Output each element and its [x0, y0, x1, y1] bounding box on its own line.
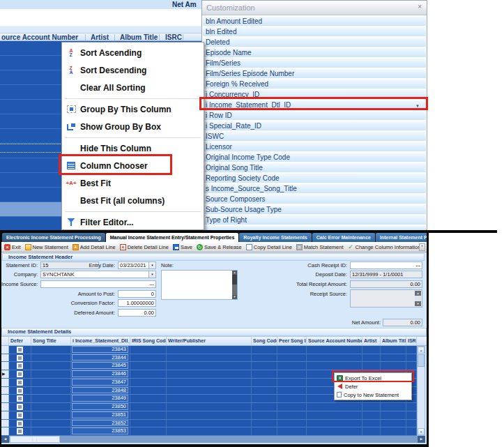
scroll-down-icon[interactable]: ▼: [415, 301, 421, 306]
statement-dtl-id-cell[interactable]: 23850: [72, 403, 128, 410]
income-source-field[interactable]: ...: [40, 280, 156, 288]
table-row[interactable]: 23853: [1, 427, 417, 436]
details-grid-column-iris-song-code[interactable]: IRIS Song Code: [130, 337, 167, 345]
customization-item-foreign-received[interactable]: Foreign % Received: [203, 79, 426, 89]
grid-cell[interactable]: 23845: [71, 362, 130, 370]
tab-internal-statement-processing[interactable]: Internal Statement Processing: [376, 233, 427, 242]
grid-cell[interactable]: 23848: [71, 387, 130, 395]
statement-dtl-id-cell[interactable]: 23852: [72, 420, 128, 427]
customization-item-s-income-source-song-title[interactable]: s Income_Source_Song_Title: [203, 183, 426, 193]
defer-checkbox[interactable]: [17, 388, 23, 394]
menu-item-best-fit[interactable]: Best Fit: [62, 174, 204, 192]
menu-item-sort-ascending[interactable]: Sort Ascending: [62, 44, 204, 61]
scroll-left-icon[interactable]: ◀: [1, 436, 9, 443]
scroll-down-icon[interactable]: ▼: [418, 428, 425, 435]
customization-item-i-special-rate-id[interactable]: i Special_Rate_ID: [203, 121, 426, 130]
menu-item-group-by-this-column[interactable]: Group By This Column: [62, 100, 204, 118]
grid-cell[interactable]: [9, 354, 31, 362]
statement-dtl-id-cell[interactable]: 23845: [72, 362, 128, 369]
chevron-down-icon[interactable]: ▼: [148, 262, 155, 268]
grid-cell[interactable]: [9, 403, 31, 411]
grid-cell[interactable]: [9, 346, 31, 354]
details-grid-column-source-account-number[interactable]: Source Account Number: [307, 337, 362, 345]
toolbar-overflow-button[interactable]: ▾: [419, 243, 425, 251]
menu-item-sort-descending[interactable]: Sort Descending: [62, 61, 204, 79]
defer-checkbox[interactable]: [17, 379, 23, 386]
grid-cell[interactable]: 23853: [71, 427, 130, 435]
toolbar-button-add-detail-line[interactable]: +Add Detail Line: [72, 244, 116, 250]
scrollbar-thumb[interactable]: ⋮⋮: [10, 436, 60, 443]
grid-menu-item-defer[interactable]: Defer: [335, 382, 411, 391]
customization-item-sub-source-usage-type[interactable]: Sub-Source Usage Type: [203, 204, 426, 214]
statement-dtl-id-cell[interactable]: 23844: [72, 354, 128, 361]
scroll-down-icon[interactable]: ▼: [232, 295, 237, 299]
details-grid-column-i-income-statement-dtl-id[interactable]: i Income_Statement_Dtl_ID: [71, 337, 130, 345]
defer-checkbox[interactable]: [17, 412, 23, 418]
grid-cell[interactable]: [9, 379, 31, 386]
chevron-down-icon[interactable]: ▼: [148, 271, 155, 278]
toolbar-button-save-release[interactable]: ↻Save & Release: [197, 244, 242, 250]
statement-dtl-id-cell[interactable]: 23851: [72, 411, 128, 418]
details-grid-column-isrc[interactable]: ISRC: [406, 337, 417, 345]
deposit-date-field[interactable]: 12/31/9999 - 1/1/0001: [350, 271, 422, 278]
receipt-source-scrollbar[interactable]: ▲ ▼: [415, 291, 421, 306]
table-row[interactable]: 23843: [1, 346, 417, 354]
grid-cell[interactable]: 23846: [71, 370, 130, 378]
customization-item-deleted[interactable]: Deleted: [203, 37, 426, 47]
cash-receipt-id-field[interactable]: ...: [350, 262, 422, 269]
table-row[interactable]: 23844: [1, 354, 417, 363]
company-field[interactable]: SYNCHTANK ▼: [40, 271, 156, 278]
customization-item-reporting-society-code[interactable]: Reporting Society Code: [203, 173, 426, 183]
tab-calc-error-maintenance[interactable]: Calc Error Maintenance: [312, 233, 375, 242]
note-field[interactable]: ▲ ▼: [161, 270, 238, 300]
ellipsis-browse-icon[interactable]: ...: [415, 262, 420, 268]
defer-checkbox[interactable]: [17, 395, 23, 402]
customization-item-source-composers[interactable]: Source Composers: [203, 194, 426, 204]
customization-panel-header[interactable]: Customization ×: [202, 1, 427, 15]
grid-cell[interactable]: [9, 387, 31, 395]
customization-item-original-income-type-code[interactable]: Original Income Type Code: [203, 152, 426, 162]
grid-cell[interactable]: [9, 427, 31, 435]
ellipsis-browse-icon[interactable]: ...: [149, 280, 154, 287]
customization-item-film-series[interactable]: Film/Series: [203, 58, 426, 68]
toolbar-button-new-statement[interactable]: New Statement: [25, 244, 68, 250]
defer-checkbox[interactable]: [17, 404, 23, 410]
details-grid-column-song-code[interactable]: Song Code: [252, 337, 277, 345]
grid-cell[interactable]: 23849: [71, 395, 130, 402]
details-grid-column-peer-song-id[interactable]: Peer Song ID: [277, 337, 307, 345]
defer-checkbox[interactable]: [17, 347, 23, 353]
scroll-up-icon[interactable]: ▲: [418, 347, 425, 354]
statement-dtl-id-cell[interactable]: 23843: [72, 346, 128, 353]
defer-checkbox[interactable]: [17, 355, 23, 361]
amount-to-post-field[interactable]: 0: [118, 290, 156, 298]
top-grid-column-album-title[interactable]: Album Title: [120, 33, 158, 41]
customization-item-i-row-id[interactable]: i Row ID: [203, 110, 426, 120]
menu-item-show-group-by-box[interactable]: Show Group By Box: [62, 118, 204, 135]
customization-item-iswc[interactable]: ISWC: [203, 131, 426, 141]
conversion-factor-field[interactable]: 1.00000000: [118, 299, 156, 307]
close-icon[interactable]: ×: [418, 3, 422, 11]
details-grid-vertical-scrollbar[interactable]: ▲ ▼: [417, 346, 425, 436]
customization-item-episode-name[interactable]: Episode Name: [203, 47, 426, 57]
toolbar-button-match-statement[interactable]: =Match Statement: [296, 244, 344, 250]
details-grid-column-song-title[interactable]: Song Title: [31, 337, 71, 345]
scroll-up-icon[interactable]: ▲: [415, 291, 421, 296]
grid-menu-item-copy-to-new-statement[interactable]: Copy to New Statement: [335, 391, 411, 399]
details-grid-horizontal-scrollbar[interactable]: ◀ ⋮⋮ ▶: [1, 436, 425, 443]
toolbar-button-delete-detail-line[interactable]: ×Delete Detail Line: [120, 244, 169, 250]
table-row[interactable]: 23850: [1, 403, 417, 411]
grid-cell[interactable]: 23847: [71, 379, 130, 386]
grid-cell[interactable]: 23843: [71, 346, 130, 354]
details-grid-column-defer[interactable]: Defer: [9, 337, 31, 345]
tab-royalty-income-statements[interactable]: Royalty Income Statements: [239, 233, 311, 242]
toolbar-button-exit[interactable]: ×Exit: [4, 244, 21, 250]
statement-dtl-id-cell[interactable]: 23847: [72, 379, 128, 386]
table-row[interactable]: 23845: [1, 362, 417, 370]
customization-item-original-song-title[interactable]: Original Song Title: [203, 162, 426, 172]
grid-cell[interactable]: [9, 370, 31, 378]
statement-dtl-id-cell[interactable]: 23853: [72, 427, 128, 434]
scrollbar-thumb[interactable]: [232, 275, 237, 285]
grid-cell[interactable]: 23844: [71, 354, 130, 362]
details-grid-column-album-title[interactable]: Album Title: [381, 337, 406, 345]
details-grid-column-artist[interactable]: Artist: [362, 337, 381, 345]
